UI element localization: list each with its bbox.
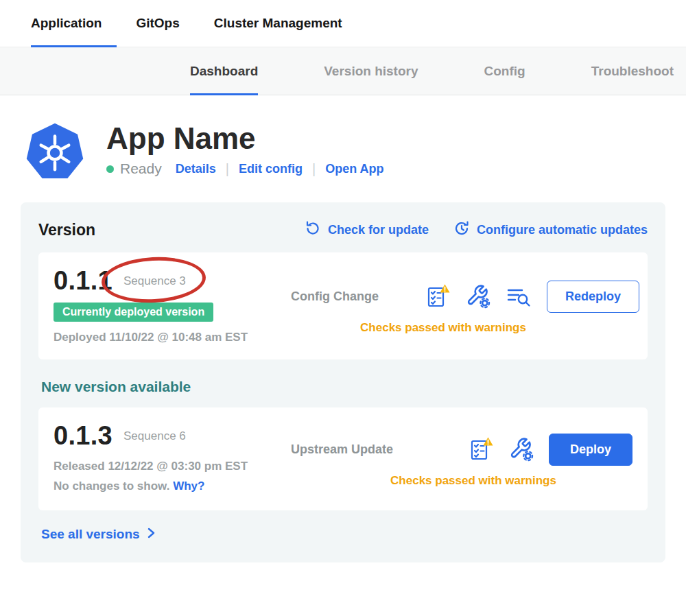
see-all-versions-link[interactable]: See all versions xyxy=(41,527,156,542)
new-version-sequence: Sequence 6 xyxy=(123,429,186,443)
change-type-label: Config Change xyxy=(291,289,425,304)
configure-automatic-updates-label: Configure automatic updates xyxy=(477,223,648,237)
tab-version-history-label: Version history xyxy=(324,64,418,79)
current-version-row: 0.1.1 Sequence 3 xyxy=(54,266,280,296)
link-separator: | xyxy=(312,161,316,177)
current-version-actions: Config Change xyxy=(280,270,639,344)
configure-automatic-updates-link[interactable]: Configure automatic updates xyxy=(453,220,648,240)
new-version-actions: Upstream Update xyxy=(280,425,632,495)
tab-troubleshoot-label: Troubleshoot xyxy=(591,64,674,79)
current-version-number: 0.1.1 xyxy=(54,266,113,296)
upstream-update-label: Upstream Update xyxy=(291,442,425,457)
primary-nav: Application GitOps Cluster Management xyxy=(0,0,686,47)
tab-dashboard[interactable]: Dashboard xyxy=(190,47,258,95)
redeploy-button[interactable]: Redeploy xyxy=(547,281,639,313)
tab-version-history[interactable]: Version history xyxy=(324,47,418,95)
deployed-date-text: Deployed 11/10/22 @ 10:48 am EST xyxy=(54,331,280,344)
no-changes-row: No changes to show. Why? xyxy=(54,479,280,493)
current-version-sequence: Sequence 3 xyxy=(123,274,186,288)
version-actions: Check for update Configure automatic upd… xyxy=(305,220,648,240)
details-link[interactable]: Details xyxy=(176,162,216,176)
preflight-icons xyxy=(425,283,532,309)
current-version-action-row: Config Change xyxy=(280,281,639,313)
version-panel-header: Version Check for update xyxy=(38,220,648,240)
status-dot xyxy=(106,165,114,173)
current-version-card: 0.1.1 Sequence 3 Currently deployed vers… xyxy=(38,252,648,359)
refresh-icon xyxy=(305,220,321,240)
tab-cluster-management-label: Cluster Management xyxy=(214,16,342,31)
new-version-info: 0.1.3 Sequence 6 Released 12/12/22 @ 03:… xyxy=(54,421,280,495)
tab-cluster-management[interactable]: Cluster Management xyxy=(214,0,342,47)
status-row: Ready Details | Edit config | Open App xyxy=(106,161,383,177)
no-changes-text: No changes to show. xyxy=(54,479,169,493)
new-sequence-label: Sequence 6 xyxy=(123,429,186,442)
new-version-card: 0.1.3 Sequence 6 Released 12/12/22 @ 03:… xyxy=(38,407,648,510)
wrench-gear-icon[interactable] xyxy=(466,284,490,309)
app-sub-nav: Dashboard Version history Config Trouble… xyxy=(0,47,686,95)
tab-troubleshoot[interactable]: Troubleshoot xyxy=(591,47,674,95)
why-link[interactable]: Why? xyxy=(173,479,204,493)
new-version-action-row: Upstream Update xyxy=(280,434,632,466)
new-version-heading: New version available xyxy=(41,379,648,395)
app-header: App Name Ready Details | Edit config | O… xyxy=(0,95,686,183)
kubernetes-logo xyxy=(24,121,86,183)
new-version-row: 0.1.3 Sequence 6 xyxy=(54,421,280,451)
tab-application[interactable]: Application xyxy=(31,0,102,47)
current-version-info: 0.1.1 Sequence 3 Currently deployed vers… xyxy=(54,266,280,344)
tab-dashboard-label: Dashboard xyxy=(190,64,258,79)
wrench-gear-icon[interactable] xyxy=(509,437,534,462)
status-text: Ready xyxy=(120,161,162,177)
tab-gitops-label: GitOps xyxy=(136,16,179,31)
current-sequence-label: Sequence 3 xyxy=(123,274,186,287)
page-title: App Name xyxy=(106,123,383,154)
tab-gitops[interactable]: GitOps xyxy=(136,0,179,47)
chevron-right-icon xyxy=(146,527,156,542)
checklist-warning-icon[interactable] xyxy=(425,283,451,309)
check-for-update-label: Check for update xyxy=(328,223,429,237)
see-all-versions-label: See all versions xyxy=(41,527,140,542)
tab-application-label: Application xyxy=(31,16,102,31)
checks-status-current: Checks passed with warnings xyxy=(280,321,639,335)
app-page: Application GitOps Cluster Management Da… xyxy=(0,0,686,616)
version-panel: Version Check for update xyxy=(21,202,665,562)
edit-config-link[interactable]: Edit config xyxy=(239,162,303,176)
auto-update-clock-icon xyxy=(453,220,470,240)
check-for-update-link[interactable]: Check for update xyxy=(305,220,429,240)
open-app-link[interactable]: Open App xyxy=(325,162,383,176)
checks-status-new: Checks passed with warnings xyxy=(280,474,632,488)
preflight-icons-new xyxy=(468,436,534,462)
tab-config[interactable]: Config xyxy=(484,47,525,95)
checklist-warning-icon[interactable] xyxy=(468,436,494,462)
app-header-info: App Name Ready Details | Edit config | O… xyxy=(106,121,383,183)
released-date-text: Released 12/12/22 @ 03:30 pm EST xyxy=(54,460,280,473)
version-heading: Version xyxy=(38,221,95,239)
currently-deployed-badge: Currently deployed version xyxy=(54,303,213,322)
diff-search-icon[interactable] xyxy=(506,285,532,308)
new-version-number: 0.1.3 xyxy=(54,421,113,451)
link-separator: | xyxy=(226,161,229,177)
tab-config-label: Config xyxy=(484,64,525,79)
deploy-button[interactable]: Deploy xyxy=(549,434,632,466)
